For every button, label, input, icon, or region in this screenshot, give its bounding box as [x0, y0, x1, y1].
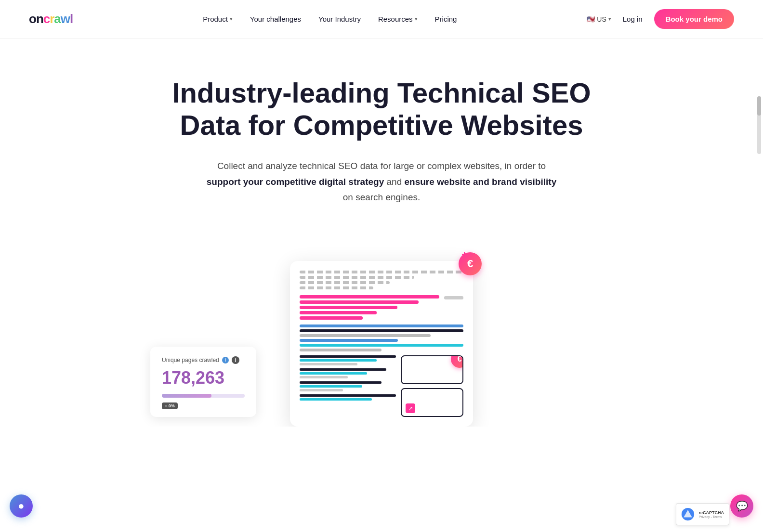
stripe-6: [300, 349, 382, 351]
dashed-line-4: [300, 286, 373, 289]
right-panels: € ↗: [401, 355, 463, 417]
left-panel-stripes: [300, 355, 396, 417]
ls-5: [300, 372, 367, 375]
logo[interactable]: oncrawl: [29, 12, 73, 26]
pink-bar-4: [300, 311, 377, 314]
stripe-group-3: [300, 381, 396, 391]
stat-number: 178,263: [162, 368, 245, 388]
dashed-line-1: [300, 271, 463, 273]
illustration-wrapper: Unique pages crawled i i 178,263 = 0% + …: [0, 253, 763, 427]
ls-4: [300, 368, 386, 371]
hero-section: Industry-leading Technical SEO Data for …: [0, 39, 763, 224]
stat-bar: [162, 394, 245, 398]
stripe-group-1: [300, 355, 396, 365]
login-link[interactable]: Log in: [623, 15, 643, 23]
chevron-down-icon-2: ▾: [415, 16, 418, 22]
stat-bar-fill: [162, 394, 211, 398]
chevron-down-icon: ▾: [230, 16, 233, 22]
ls-7: [300, 381, 382, 384]
pink-bar-3: [300, 306, 397, 309]
pink-bars-section: [300, 295, 463, 320]
dashed-line-3: [300, 281, 390, 284]
nav-product[interactable]: Product ▾: [203, 15, 233, 23]
warn-icon: i: [232, 356, 239, 364]
hero-bold-1: support your competitive digital strateg…: [207, 177, 384, 187]
stripe-4: [300, 339, 398, 342]
stat-card: Unique pages crawled i i 178,263 = 0%: [150, 347, 256, 417]
scrollbar-track[interactable]: [757, 96, 761, 154]
nav-industry[interactable]: Your Industry: [318, 15, 361, 23]
ls-10: [300, 394, 396, 397]
stripe-group-2: [300, 368, 396, 378]
ls-9: [300, 389, 343, 391]
stripe-1: [300, 324, 463, 327]
nav-pricing[interactable]: Pricing: [435, 15, 457, 23]
pink-bar-2: [300, 300, 419, 304]
panel-box-bottom: ↗: [401, 388, 463, 417]
flag-icon: 🇺🇸: [587, 15, 595, 23]
nav-right: 🇺🇸 US ▾ Log in Book your demo: [587, 9, 734, 29]
ls-3: [300, 363, 357, 365]
euro-badge-top: €: [459, 252, 482, 275]
stripe-3: [300, 334, 431, 337]
hero-bold-2: ensure website and brand visibility: [405, 177, 557, 187]
dashed-line-2: [300, 276, 414, 279]
nav-resources[interactable]: Resources ▾: [378, 15, 418, 23]
lang-selector[interactable]: 🇺🇸 US ▾: [587, 15, 611, 23]
arrow-icon: ↗: [406, 403, 415, 413]
pink-bar-1: [300, 295, 439, 298]
stat-badge: = 0%: [162, 402, 178, 409]
info-icon: i: [222, 357, 229, 363]
stat-label: Unique pages crawled i i: [162, 356, 245, 364]
pink-bar-5: [300, 316, 363, 320]
panel-box-top: €: [401, 355, 463, 384]
scrollbar-thumb[interactable]: [757, 96, 761, 116]
nav-links: Product ▾ Your challenges Your Industry …: [203, 15, 457, 23]
pink-bar-stack: [300, 295, 439, 320]
ls-1: [300, 355, 396, 358]
ls-2: [300, 359, 377, 362]
navbar: oncrawl Product ▾ Your challenges Your I…: [0, 0, 763, 39]
ls-11: [300, 398, 372, 401]
nav-challenges[interactable]: Your challenges: [250, 15, 301, 23]
stripe-2: [300, 329, 463, 332]
hero-title: Industry-leading Technical SEO Data for …: [165, 77, 598, 141]
stripe-section-1: [300, 324, 463, 351]
stripe-group-4: [300, 394, 396, 401]
chevron-down-icon-3: ▾: [608, 16, 611, 22]
panels-row: € ↗: [300, 355, 463, 417]
gray-side-bar: [444, 296, 463, 299]
main-dashboard-card: + €: [290, 261, 473, 427]
hero-subtitle: Collect and analyze technical SEO data f…: [194, 158, 569, 205]
dashed-lines: [300, 271, 463, 289]
euro-badge-mid: €: [451, 355, 463, 368]
demo-button[interactable]: Book your demo: [654, 9, 734, 29]
stripe-5: [300, 344, 463, 347]
ls-6: [300, 376, 348, 378]
ls-8: [300, 385, 362, 388]
